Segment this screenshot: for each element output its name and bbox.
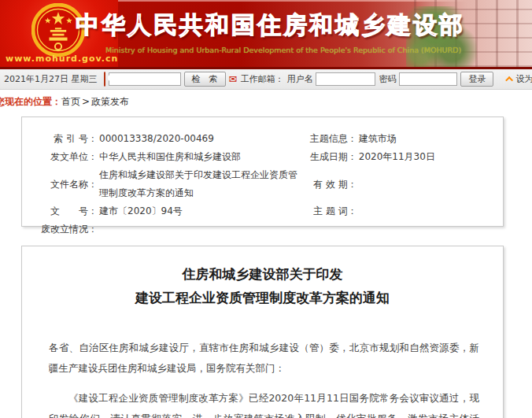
document-meta-box: 索 引 号： 000013338/2020-00469 主题信息： 建筑市场 发… xyxy=(21,117,504,227)
meta-gen-date-value: 2020年11月30日 xyxy=(357,148,435,166)
meta-gen-date-label: 生成日期： xyxy=(305,148,357,166)
date-text: 2021年1月27日 星期三 xyxy=(4,73,98,85)
site-subtitle: Ministry of Housing and Urban-Rural Deve… xyxy=(105,46,452,54)
chevron-up-icon xyxy=(506,76,514,84)
meta-row-4: 文 号： 建市〔2020〕94号 主 题 词： xyxy=(30,202,489,220)
site-search-input[interactable] xyxy=(109,72,181,86)
article-title: 住房和城乡建设部关于印发 建设工程企业资质管理制度改革方案的通知 xyxy=(22,262,503,309)
search-icon-button[interactable] xyxy=(104,72,105,87)
meta-docno-value: 建市〔2020〕94号 xyxy=(98,202,183,220)
article-title-line2: 建设工程企业资质管理制度改革方案的通知 xyxy=(22,286,503,309)
article-paragraph-2: 《建设工程企业资质管理制度改革方案》已经2020年11月11日国务院常务会议审议… xyxy=(49,388,479,418)
email-label: 工作邮箱： xyxy=(240,73,283,85)
article-box: 住房和城乡建设部关于印发 建设工程企业资质管理制度改革方案的通知 各省、自治区住… xyxy=(21,246,504,418)
toolbar: 2021年1月27日 星期三 检 索 ✉ 工作邮箱： 用户名 密码 登录 设为首… xyxy=(0,69,532,90)
site-header: www.mohurd.gov.cn 中华人民共和国住房和城乡建设部 Minist… xyxy=(0,0,532,67)
breadcrumb-prefix: 您现在的位置： xyxy=(0,95,61,109)
username-label: 用户名 xyxy=(286,73,312,85)
breadcrumb-current-link[interactable]: 政策发布 xyxy=(91,95,129,109)
search-submit-button[interactable]: 检 索 xyxy=(184,72,226,87)
login-button[interactable]: 登录 xyxy=(460,72,493,87)
site-title: 中华人民共和国住房和城乡建设部 xyxy=(76,9,453,42)
meta-row-1: 索 引 号： 000013338/2020-00469 主题信息： 建筑市场 xyxy=(30,130,489,148)
meta-row-3: 文件名称： 住房和城乡建设部关于印发建设工程企业资质管理制度改革方案的通知 有 … xyxy=(30,166,489,202)
article-title-line1: 住房和城乡建设部关于印发 xyxy=(22,262,503,286)
meta-index-value: 000013338/2020-00469 xyxy=(98,130,214,148)
meta-issuer-value: 中华人民共和国住房和城乡建设部 xyxy=(98,148,241,166)
page: www.mohurd.gov.cn 中华人民共和国住房和城乡建设部 Minist… xyxy=(0,0,532,418)
article-body: 各省、自治区住房和城乡建设厅，直辖市住房和城乡建设（管）委，北京市规划和自然资源… xyxy=(49,338,479,418)
article-paragraph-1: 各省、自治区住房和城乡建设厅，直辖市住房和城乡建设（管）委，北京市规划和自然资源… xyxy=(49,338,479,379)
set-home-label: 设为首页 xyxy=(515,73,532,85)
username-input[interactable] xyxy=(316,72,375,86)
password-input[interactable] xyxy=(399,72,457,86)
meta-keywords-label: 主 题 词： xyxy=(305,202,357,220)
breadcrumb-separator: > xyxy=(82,96,90,107)
meta-topic-label: 主题信息： xyxy=(305,130,357,148)
password-label: 密码 xyxy=(379,73,396,85)
set-home-link[interactable]: 设为首页 xyxy=(508,73,532,85)
meta-issuer-label: 发文单位： xyxy=(30,148,98,166)
site-url: www.mohurd.gov.cn xyxy=(6,54,118,64)
meta-validity-label: 有 效 期： xyxy=(305,176,357,194)
envelope-icon[interactable]: ✉ xyxy=(229,74,238,84)
meta-docname-label: 文件名称： xyxy=(30,176,98,194)
meta-row-2: 发文单位： 中华人民共和国住房和城乡建设部 生成日期： 2020年11月30日 xyxy=(30,148,489,166)
breadcrumb: 您现在的位置： 首页 > 政策发布 xyxy=(0,91,532,112)
meta-status-label: 废改立情况： xyxy=(30,220,98,239)
meta-row-5: 废改立情况： xyxy=(30,220,489,239)
meta-topic-value: 建筑市场 xyxy=(357,130,397,148)
breadcrumb-home-link[interactable]: 首页 xyxy=(61,95,80,109)
meta-docno-label: 文 号： xyxy=(30,202,98,220)
meta-docname-value: 住房和城乡建设部关于印发建设工程企业资质管理制度改革方案的通知 xyxy=(98,166,305,202)
meta-index-label: 索 引 号： xyxy=(30,130,98,148)
